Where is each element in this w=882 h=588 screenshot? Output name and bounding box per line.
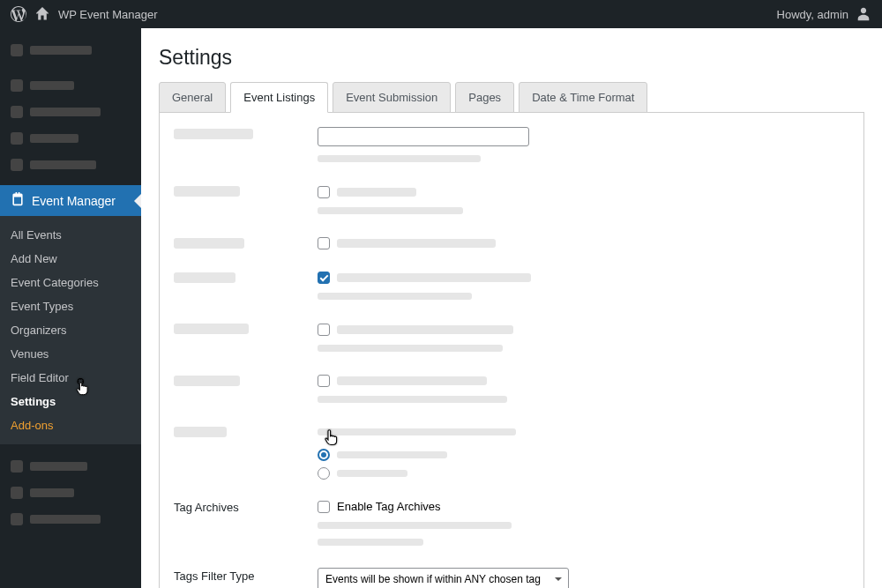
settings-tab[interactable]: Date & Time Format [519,82,647,113]
main-content: Settings GeneralEvent ListingsEvent Subm… [141,28,882,588]
checkbox[interactable] [318,324,330,336]
enable-tag-archives-text: Enable Tag Archives [337,500,441,513]
radio-checked[interactable] [318,449,330,461]
settings-tabs: GeneralEvent ListingsEvent SubmissionPag… [159,82,864,113]
sidebar-item-placeholder[interactable] [0,72,141,99]
wp-logo-icon[interactable] [11,6,26,22]
sidebar-submenu-item[interactable]: Add-ons [0,413,141,437]
admin-sidebar: Event Manager All EventsAdd NewEvent Cat… [0,28,141,588]
sidebar-submenu-item[interactable]: Settings [0,390,141,413]
settings-panel: Tag Archives Enable Tag Archives Tags Fi… [159,113,864,588]
enable-tag-archives-checkbox[interactable] [318,501,330,513]
calendar-icon [11,192,25,209]
sidebar-submenu-item[interactable]: Organizers [0,318,141,342]
sidebar-item-event-manager[interactable]: Event Manager [0,185,141,216]
setting-text-input[interactable] [318,127,529,146]
settings-tab[interactable]: General [159,82,226,113]
sidebar-submenu-item[interactable]: Add New [0,247,141,271]
sidebar-item-placeholder[interactable] [0,453,141,480]
sidebar-item-placeholder[interactable] [0,37,141,63]
checkbox[interactable] [318,237,330,249]
sidebar-submenu-item[interactable]: Event Categories [0,271,141,294]
checkbox-checked[interactable] [318,272,330,284]
tags-filter-select[interactable]: Events will be shown if within ANY chose… [318,568,569,588]
tags-filter-label: Tags Filter Type [174,568,318,583]
page-title: Settings [159,46,864,70]
sidebar-item-placeholder[interactable] [0,152,141,178]
tag-archives-label: Tag Archives [174,499,318,514]
sidebar-item-label: Event Manager [32,194,116,208]
sidebar-submenu-item[interactable]: Field Editor [0,366,141,390]
sidebar-item-placeholder[interactable] [0,99,141,125]
sidebar-item-placeholder[interactable] [0,506,141,532]
avatar-icon[interactable] [856,6,871,22]
settings-tab[interactable]: Event Submission [333,82,451,113]
greeting[interactable]: Howdy, admin [777,8,848,21]
settings-tab[interactable]: Pages [455,82,514,113]
home-icon[interactable] [35,7,49,22]
settings-tab[interactable]: Event Listings [230,82,328,113]
radio[interactable] [318,467,330,480]
sidebar-item-placeholder[interactable] [0,125,141,152]
sidebar-submenu: All EventsAdd NewEvent CategoriesEvent T… [0,216,141,444]
sidebar-submenu-item[interactable]: All Events [0,223,141,247]
admin-bar: WP Event Manager Howdy, admin [0,0,882,28]
checkbox[interactable] [318,186,330,198]
sidebar-submenu-item[interactable]: Venues [0,342,141,366]
site-title[interactable]: WP Event Manager [58,8,157,21]
sidebar-submenu-item[interactable]: Event Types [0,294,141,318]
checkbox[interactable] [318,375,330,387]
sidebar-item-placeholder[interactable] [0,480,141,506]
